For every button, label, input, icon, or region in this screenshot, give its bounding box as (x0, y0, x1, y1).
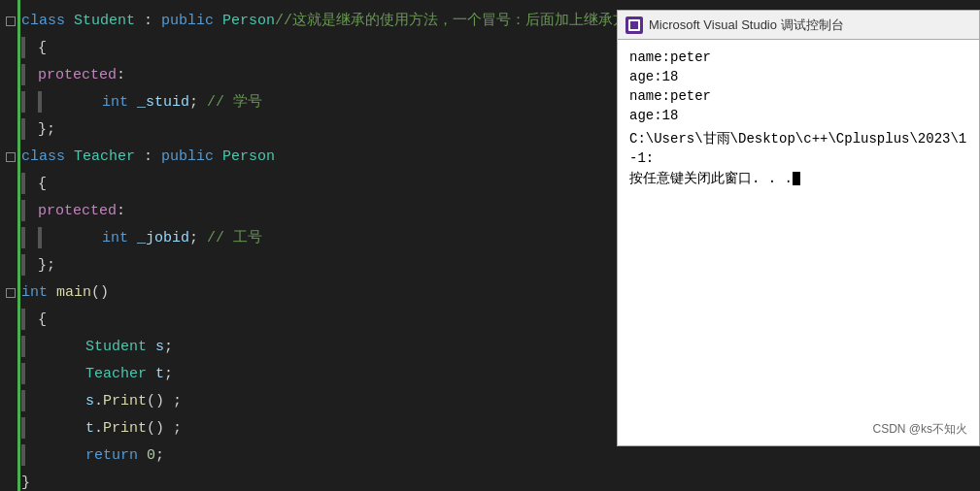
parens-15: () ; (147, 393, 182, 409)
var-jobid: _jobid (137, 230, 189, 246)
code-content-12: { (19, 307, 617, 334)
var-t: t (155, 366, 164, 382)
cursor-block (793, 172, 800, 185)
code-line-4: int _stuid; // 学号 (0, 89, 617, 116)
console-body: name:peter age:18 name:peter age:18 C:\U… (618, 40, 979, 445)
semi-14: ; (164, 366, 173, 382)
vline-5 (21, 118, 25, 140)
code-content-15: s.Print() ; (19, 388, 617, 415)
vline-15 (21, 390, 25, 411)
code-line-2: { (0, 35, 617, 62)
code-line-14: Teacher t; (0, 361, 617, 388)
code-line-15: s.Print() ; (0, 388, 617, 415)
code-content-2: { (19, 35, 617, 62)
colon-protected-2: : (117, 203, 125, 219)
code-line-5: }; (0, 116, 617, 144)
code-content-4: int _stuid; // 学号 (19, 89, 617, 116)
code-line-9: int _jobid; // 工号 (0, 225, 617, 252)
colon-protected-1: : (117, 67, 125, 83)
console-prompt: 按任意键关闭此窗口. . . (629, 170, 967, 187)
code-line-6: class Teacher : public Person (0, 144, 617, 171)
keyword-public-2: public (161, 148, 222, 165)
code-line-3: protected: (0, 62, 617, 89)
code-content-3: protected: (19, 62, 617, 89)
brace-open-2: { (38, 176, 47, 192)
var-s: s (155, 339, 164, 355)
vline-3 (21, 64, 25, 85)
vs-icon (625, 16, 643, 34)
keyword-class-2: class (21, 148, 74, 165)
space-4 (128, 94, 137, 111)
punct-colon-2: : (144, 148, 161, 165)
code-content-1: class Student : public Person//这就是继承的使用方… (19, 8, 617, 35)
console-panel: Microsoft Visual Studio 调试控制台 name:peter… (617, 10, 980, 446)
vline-4a (21, 91, 25, 113)
comment-jobid: // 工号 (207, 230, 262, 246)
brace-close-3: } (21, 475, 30, 491)
code-line-7: { (0, 171, 617, 198)
funcname-print-2: Print (103, 420, 147, 437)
funcname-print-1: Print (103, 393, 147, 409)
classname-person-2: Person (222, 148, 275, 165)
vline-4b (38, 91, 42, 113)
console-output-4: age:18 (629, 106, 967, 125)
code-line-8: protected: (0, 198, 617, 225)
code-line-12: { (0, 307, 617, 334)
classname-student: Student (74, 13, 144, 29)
semi-17: ; (155, 447, 164, 464)
vline-13 (21, 336, 25, 357)
dot-15: . (94, 393, 103, 409)
code-line-1: class Student : public Person//这就是继承的使用方… (0, 8, 617, 35)
code-content-11: int main() (19, 279, 617, 307)
vs-icon-inner (628, 19, 640, 31)
console-path: C:\Users\甘雨\Desktop\c++\Cplusplus\2023\1… (629, 129, 967, 168)
semi-13: ; (164, 339, 173, 355)
collapse-box-3[interactable] (6, 288, 16, 298)
classname-teacher: Teacher (74, 148, 144, 165)
csdn-watermark: CSDN @ks不知火 (872, 421, 967, 438)
console-prompt-text: 按任意键关闭此窗口. . . (629, 170, 793, 187)
code-content-5: }; (19, 116, 617, 144)
keyword-class-1: class (21, 13, 74, 29)
vline-9b (38, 227, 42, 248)
code-editor: class Student : public Person//这就是继承的使用方… (0, 0, 617, 491)
classname-student-2: Student (85, 339, 147, 355)
comment-1: //这就是继承的使用方法，一个冒号：后面加上继承方法，# (275, 13, 617, 29)
console-output-2: age:18 (629, 67, 967, 86)
vline-16 (21, 417, 25, 439)
keyword-int-2: int (102, 230, 128, 246)
brace-close-1: }; (38, 121, 55, 138)
console-title: Microsoft Visual Studio 调试控制台 (649, 16, 844, 34)
keyword-int-main: int (21, 284, 48, 301)
code-line-10: }; (0, 252, 617, 279)
code-content-9: int _jobid; // 工号 (19, 225, 617, 252)
dot-16: . (94, 420, 103, 437)
console-output-3: name:peter (629, 86, 967, 106)
space-13 (147, 339, 155, 355)
console-output-1: name:peter (629, 48, 967, 67)
code-content-10: }; (19, 252, 617, 279)
collapse-box-1[interactable] (6, 16, 16, 26)
vline-2 (21, 37, 25, 58)
code-content-16: t.Print() ; (19, 415, 617, 442)
space-17 (138, 447, 147, 464)
var-stuid: _stuid (137, 94, 189, 111)
code-content-14: Teacher t; (19, 361, 617, 388)
vline-14 (21, 363, 25, 384)
comment-stuid: // 学号 (207, 94, 262, 111)
vline-10 (21, 254, 25, 276)
var-s-2: s (85, 393, 94, 409)
keyword-protected-1: protected (38, 67, 117, 83)
keyword-protected-2: protected (38, 203, 117, 219)
classname-person-1: Person (222, 13, 275, 29)
green-bar (17, 0, 20, 491)
vline-17 (21, 444, 25, 466)
brace-open-3: { (38, 311, 47, 328)
code-line-11: int main() (0, 279, 617, 307)
keyword-return: return (85, 447, 138, 464)
funcname-main: main (56, 284, 91, 301)
console-titlebar: Microsoft Visual Studio 调试控制台 (618, 11, 979, 40)
code-line-13: Student s; (0, 334, 617, 361)
collapse-box-2[interactable] (6, 152, 16, 162)
code-content-13: Student s; (19, 334, 617, 361)
